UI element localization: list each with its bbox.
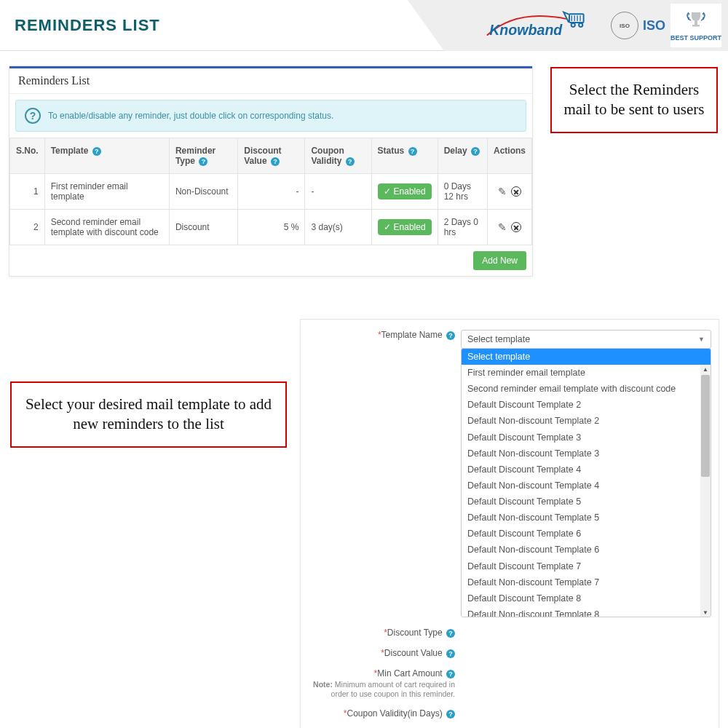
label-discount-type: *Discount Type ? — [308, 628, 461, 638]
label-min-cart-amount: *Min Cart Amount ? Note: Minimum amount … — [308, 668, 461, 698]
dropdown-option[interactable]: Default Discount Template 2 — [462, 397, 711, 413]
label-coupon-validity: *Coupon Validity(in Days) ? — [308, 708, 461, 719]
help-icon[interactable]: ? — [199, 157, 207, 166]
delete-icon[interactable] — [511, 186, 521, 197]
col-discount: Discount Value ? — [238, 138, 305, 174]
table-row: 2Second reminder email template with dis… — [10, 210, 532, 245]
cell-delay: 0 Days 12 hrs — [438, 174, 487, 210]
header-slant — [408, 0, 444, 51]
scroll-up-icon[interactable]: ▲ — [701, 365, 710, 373]
info-text: To enable/disable any reminder, just dou… — [48, 111, 333, 121]
callout-select-template: Select your desired mail template to add… — [10, 381, 287, 448]
template-dropdown-open[interactable]: Select template First reminder email tem… — [461, 348, 711, 617]
cell-template: First reminder email template — [44, 174, 169, 210]
dropdown-option[interactable]: Default Discount Template 3 — [462, 430, 711, 446]
help-icon[interactable]: ? — [471, 147, 480, 156]
dropdown-option[interactable]: Default Non-discount Template 3 — [462, 446, 711, 462]
iso-text: ISO — [643, 18, 665, 33]
reminders-table: S.No. Template ? Reminder Type ? Discoun… — [9, 138, 532, 245]
dropdown-option[interactable]: Default Non-discount Template 2 — [462, 413, 711, 429]
panel-footer: Add New — [9, 245, 532, 276]
help-icon[interactable]: ? — [446, 331, 455, 340]
col-sno: S.No. — [10, 138, 45, 174]
col-actions: Actions — [487, 138, 531, 174]
edit-icon[interactable]: ✎ — [498, 186, 507, 197]
delete-icon[interactable] — [511, 222, 521, 232]
page-header: REMINDERS LIST Knowband ISO ISO — [0, 0, 728, 51]
svg-rect-8 — [695, 21, 697, 25]
header-right: Knowband ISO ISO BEST SUPPORT — [483, 0, 722, 51]
help-icon[interactable]: ? — [446, 629, 455, 638]
template-select-display[interactable]: Select template ▼ — [461, 330, 711, 349]
help-icon[interactable]: ? — [446, 710, 455, 719]
best-support-badge: BEST SUPPORT — [670, 3, 722, 48]
help-icon[interactable]: ? — [446, 649, 455, 658]
dropdown-list[interactable]: First reminder email templateSecond remi… — [462, 365, 711, 617]
reminder-form-panel: *Template Name ? Select template ▼ Selec… — [300, 319, 719, 728]
dropdown-option[interactable]: Default Non-discount Template 6 — [462, 542, 711, 558]
table-row: 1First reminder email templateNon-Discou… — [10, 174, 532, 210]
cell-status[interactable]: Enabled — [371, 210, 438, 245]
info-icon: ? — [25, 108, 41, 124]
col-delay: Delay ? — [438, 138, 487, 174]
dropdown-option[interactable]: Default Discount Template 6 — [462, 526, 711, 542]
cell-sno: 2 — [10, 210, 45, 245]
svg-point-6 — [579, 23, 582, 27]
col-type: Reminder Type ? — [169, 138, 237, 174]
help-icon[interactable]: ? — [408, 147, 417, 156]
best-support-label: BEST SUPPORT — [670, 34, 721, 41]
help-icon[interactable]: ? — [446, 670, 455, 678]
cell-actions: ✎ — [487, 174, 531, 210]
help-icon[interactable]: ? — [271, 157, 280, 166]
chevron-down-icon: ▼ — [698, 336, 705, 343]
cell-type: Discount — [169, 210, 237, 245]
svg-point-5 — [571, 23, 575, 27]
dropdown-option[interactable]: Default Discount Template 8 — [462, 590, 711, 606]
cell-discount: 5 % — [238, 210, 305, 245]
cell-discount: - — [238, 174, 305, 210]
svg-rect-9 — [692, 25, 700, 27]
dropdown-option[interactable]: Default Discount Template 4 — [462, 462, 711, 478]
cell-template: Second reminder email template with disc… — [44, 210, 169, 245]
edit-icon[interactable]: ✎ — [498, 222, 507, 232]
cell-sno: 1 — [10, 174, 45, 210]
note-min-cart-amount: Note: Minimum amount of cart required in… — [308, 680, 455, 698]
cell-coupon: - — [305, 174, 371, 210]
dropdown-option[interactable]: First reminder email template — [462, 365, 711, 381]
col-status: Status ? — [371, 138, 438, 174]
help-icon[interactable]: ? — [346, 157, 355, 166]
dropdown-option[interactable]: Default Non-discount Template 4 — [462, 478, 711, 494]
cell-status[interactable]: Enabled — [371, 174, 438, 210]
dropdown-option[interactable]: Default Discount Template 7 — [462, 558, 711, 574]
cell-coupon: 3 day(s) — [305, 210, 371, 245]
col-coupon: Coupon Validity ? — [305, 138, 371, 174]
status-badge[interactable]: Enabled — [378, 183, 432, 199]
scroll-down-icon[interactable]: ▼ — [701, 608, 710, 617]
dropdown-option[interactable]: Default Discount Template 5 — [462, 494, 711, 510]
dropdown-option[interactable]: Default Non-discount Template 8 — [462, 606, 711, 617]
iso-seal-icon: ISO — [611, 12, 638, 39]
callout-select-reminders: Select the Reminders mail to be sent to … — [550, 67, 718, 133]
scrollbar-thumb[interactable] — [701, 375, 710, 477]
status-badge[interactable]: Enabled — [378, 219, 432, 235]
page-title: REMINDERS LIST — [15, 16, 160, 35]
col-template: Template ? — [44, 138, 169, 174]
label-discount-value: *Discount Value ? — [308, 648, 461, 658]
select-placeholder-text: Select template — [467, 334, 530, 344]
add-new-button[interactable]: Add New — [473, 251, 526, 270]
help-icon[interactable]: ? — [92, 147, 101, 156]
dropdown-option[interactable]: Default Non-discount Template 5 — [462, 510, 711, 526]
dropdown-option[interactable]: Second reminder email template with disc… — [462, 381, 711, 397]
dropdown-selected-option[interactable]: Select template — [462, 349, 711, 365]
cell-actions: ✎ — [487, 210, 531, 245]
label-template-name: *Template Name ? — [308, 330, 461, 340]
dropdown-option[interactable]: Default Non-discount Template 7 — [462, 574, 711, 590]
scrollbar[interactable]: ▲ ▼ — [700, 365, 711, 617]
trophy-icon — [684, 9, 708, 33]
reminders-list-panel: Reminders List ? To enable/disable any r… — [9, 66, 533, 277]
svg-text:Knowband: Knowband — [489, 22, 563, 38]
cell-type: Non-Discount — [169, 174, 237, 210]
brand-logo: Knowband — [483, 9, 606, 41]
info-bar: ? To enable/disable any reminder, just d… — [15, 100, 526, 132]
cell-delay: 2 Days 0 hrs — [438, 210, 487, 245]
